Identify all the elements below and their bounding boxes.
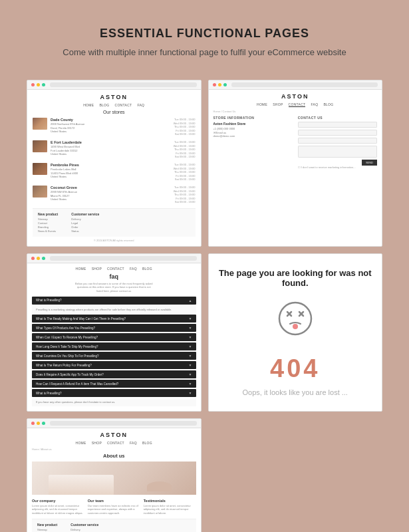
faq-question-3: What Types Of Products Are You Presellin… (36, 327, 95, 330)
store-card-content: ASTON HOME BLOG CONTACT FAQ Our stores D… (27, 90, 201, 246)
store-hours-4: Tue 09:00 - 19:00Wed 09:00 - 19:00Thu 09… (174, 186, 196, 204)
contact-submit-button[interactable]: SEND (362, 160, 377, 166)
faq-question-9: How Can I Request A Refund For A Item Th… (36, 382, 118, 386)
about-hero-image (32, 462, 196, 495)
faq-item-2[interactable]: What Is The Ready Making And Way Can I G… (32, 315, 196, 323)
contact-nav-home: HOME (257, 102, 267, 107)
store-thumb-4 (33, 186, 47, 198)
browser-dot-green (42, 83, 45, 86)
store-name-1: Dade County (51, 118, 170, 122)
faq-dot-red (31, 257, 35, 260)
faq-question-10: What is Preselling? (36, 392, 62, 395)
contact-dot-green (223, 83, 227, 86)
contact-phone-field[interactable] (298, 138, 377, 144)
about-nav-contact: CONTACT (107, 441, 124, 445)
contact-message-field[interactable] (298, 146, 377, 158)
page-subtitle: Come with multiple inner functional page… (27, 47, 382, 57)
store-section-title: Our stores (33, 110, 196, 114)
faq-dot-yellow (37, 257, 40, 260)
notfound-emoji-icon (275, 300, 315, 346)
faq-item-7[interactable]: What Is The Return Policy For Preselling… (32, 361, 196, 369)
faq-card-content: HOME SHOP CONTACT FAQ BLOG faq Below you… (27, 263, 201, 411)
faq-item-6[interactable]: What Countries Do You Ship To For Presel… (32, 352, 196, 360)
browser-dot-red (31, 83, 35, 86)
contact-grid: STORE INFORMATION Aston Fashion Store +1… (213, 116, 378, 169)
contact-nav-blog: BLOG (323, 102, 333, 107)
faq-item-5[interactable]: How Long Does It Take To Ship My Presell… (32, 342, 196, 350)
about-col-testimonials-text: Lorem ipsum dolor sit amet, consectetur … (144, 504, 196, 515)
contact-checkbox-row: ☐ I don't want to receive marketing info… (298, 166, 377, 169)
contact-brand: ASTON (213, 93, 378, 100)
store-footer: New product Sitemap Contact Branding New… (33, 208, 196, 237)
store-info-4: Coconut Grove 2999 NW 87th AvenueMiami F… (51, 186, 170, 201)
faq-item-10[interactable]: What is Preselling? ▼ (32, 389, 196, 397)
contact-checkbox-label: I don't want to receive marketing inform… (301, 166, 356, 169)
about-col-company-title: Our company (32, 499, 84, 503)
faq-nav-shop: SHOP (92, 267, 102, 271)
store-item-4: Coconut Grove 2999 NW 87th AvenueMiami F… (33, 186, 196, 204)
footer-col2-item1: Delivery (71, 217, 99, 221)
faq-nav-faq: FAQ (130, 267, 137, 271)
about-footer: New product Sitemap Contact Branding New… (32, 519, 196, 532)
faq-subtitle: Below you can find answers to some of th… (32, 282, 196, 293)
contact-card: ASTON HOME SHOP CONTACT FAQ BLOG Home / … (208, 80, 383, 247)
browser-bar-store (27, 80, 201, 90)
browser-url-about (50, 421, 197, 426)
store-nav-faq: FAQ (137, 103, 144, 107)
faq-chevron-6: ▼ (189, 354, 192, 358)
footer-col1-title: New product (38, 212, 58, 216)
store-name-4: Coconut Grove (51, 186, 170, 190)
store-addr-2: 1490 West Broward BlvdFort Lauderdale 33… (51, 145, 170, 156)
browser-bar-faq (27, 254, 201, 263)
page-title: ESSENTIAL FUNCTIONAL PAGES (27, 27, 382, 41)
about-brand: ASTON (32, 432, 196, 438)
about-nav-home: HOME (76, 441, 86, 445)
about-dot-yellow (37, 422, 40, 425)
contact-email-field[interactable] (298, 130, 377, 136)
store-hours-2: Tue 09:00 - 19:00Wed 09:00 - 19:00Thu 09… (174, 140, 196, 159)
store-hours-1: Tue 09:00 - 19:00Wed 09:00 - 19:00Thu 09… (174, 118, 196, 136)
faq-chevron-9: ▼ (189, 382, 192, 386)
faq-chevron-10: ▼ (189, 391, 192, 395)
about-col-team-title: Our team (88, 499, 140, 503)
about-footer-col1-item1: Sitemap (37, 528, 57, 531)
store-item-1: Dade County 2900 Northwest 87th AvenueDo… (33, 118, 196, 136)
about-card-content: ASTON HOME SHOP CONTACT FAQ BLOG Home / … (27, 428, 201, 532)
about-col-company-text: Lorem ipsum dolor sit amet, consectetur … (32, 504, 84, 515)
contact-left-col: STORE INFORMATION Aston Fashion Store +1… (213, 116, 293, 169)
browser-url-faq (50, 256, 197, 261)
contact-store-info-label: STORE INFORMATION (213, 116, 293, 120)
browser-bar-contact (209, 80, 382, 90)
browser-dot-yellow (37, 83, 40, 86)
faq-question-5: How Long Does It Take To Ship My Presell… (36, 345, 98, 348)
faq-dot-green (42, 257, 45, 260)
footer-col1-item3: Branding (38, 225, 58, 229)
faq-question-4: When Can I Expect To Receive My Preselli… (36, 336, 98, 339)
faq-item-8[interactable]: Does It Require A Specific App To Track … (32, 370, 196, 378)
contact-name-field[interactable] (298, 122, 377, 128)
footer-col1-item2: Contact (38, 221, 58, 225)
store-item-3: Pembroke Pines Pembroke Lakes Mall11401 … (33, 163, 196, 182)
faq-nav: HOME SHOP CONTACT FAQ BLOG (32, 267, 196, 271)
faq-item-3[interactable]: What Types Of Products Are You Presellin… (32, 324, 196, 332)
store-hours-3: Tue 09:00 - 19:00Wed 09:00 - 19:00Thu 09… (174, 163, 196, 182)
faq-chevron-2: ▼ (189, 317, 192, 321)
faq-item-1[interactable]: What is Preselling? ▲ (32, 297, 196, 305)
store-nav-blog: BLOG (99, 103, 109, 107)
store-name-3: Pembroke Pines (51, 163, 170, 167)
faq-item-9[interactable]: How Can I Request A Refund For A Item Th… (32, 380, 196, 388)
store-info-3: Pembroke Pines Pembroke Lakes Mall11401 … (51, 163, 170, 179)
contact-store-email-addr: demo@demo.com (213, 134, 293, 138)
store-nav-home: HOME (83, 103, 94, 107)
footer-col2-title: Customer service (71, 212, 99, 216)
faq-card: HOME SHOP CONTACT FAQ BLOG faq Below you… (27, 253, 202, 412)
about-footer-col2-title: Customer service (70, 523, 98, 527)
about-dot-green (42, 422, 45, 425)
faq-nav-contact: CONTACT (107, 267, 124, 271)
browser-bar-about (27, 419, 201, 428)
about-hero-img (32, 462, 196, 495)
about-col-team: Our team Our team members have an eclect… (88, 499, 140, 515)
contact-store-name: Aston Fashion Store (213, 122, 293, 126)
contact-dot-red (213, 83, 216, 86)
faq-item-4[interactable]: When Can I Expect To Receive My Preselli… (32, 333, 196, 341)
